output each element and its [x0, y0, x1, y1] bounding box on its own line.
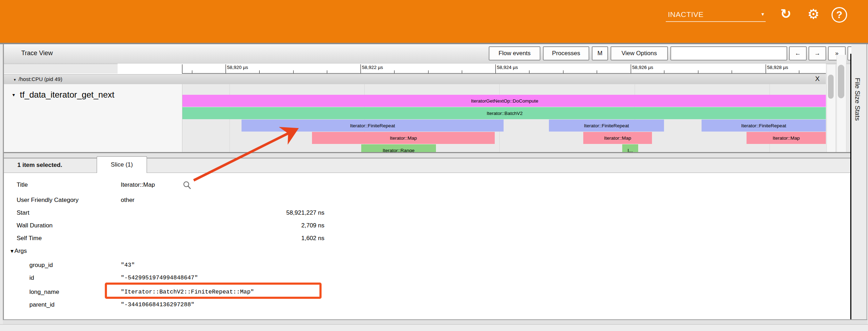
- arg-label: id: [29, 274, 34, 281]
- tab-slice[interactable]: Slice (1): [97, 156, 147, 173]
- trace-row: Iterator::MapIterator::MapIterator::Map: [182, 132, 826, 144]
- field-label: Wall Duration: [17, 222, 52, 229]
- detail-row-category: User Friendly Category other: [4, 194, 850, 207]
- sidebar-divider[interactable]: [850, 54, 851, 320]
- close-track-button[interactable]: X: [813, 75, 822, 83]
- ruler-minor-tick: [799, 70, 799, 74]
- field-label: User Friendly Category: [17, 197, 79, 204]
- ruler-minor-tick: [698, 70, 698, 74]
- trace-slice[interactable]: Iterator::FiniteRepeat: [549, 120, 664, 132]
- field-value: 2,709 ns: [121, 222, 324, 229]
- track-label[interactable]: ▾tf_data_iterator_get_next: [12, 90, 114, 100]
- args-label: ▼Args: [10, 248, 27, 255]
- ruler-major-tick: [495, 64, 496, 74]
- metadata-button[interactable]: M: [592, 46, 608, 60]
- processes-button[interactable]: Processes: [543, 46, 589, 60]
- arg-label: group_id: [29, 262, 53, 269]
- trace-slice[interactable]: Iterator::Map: [583, 132, 652, 144]
- trace-row: IteratorGetNextOp::DoCompute: [182, 95, 826, 107]
- ruler-tick-label: 58,926 µs: [632, 65, 653, 70]
- field-value: 58,921,227 ns: [121, 209, 324, 216]
- profiler-window: INACTIVE ▾ ↻ ⚙ ? Trace View Flow events …: [0, 0, 868, 331]
- flow-events-button[interactable]: Flow events: [489, 46, 540, 60]
- scrollbar-thumb[interactable]: [838, 65, 844, 98]
- trace-slice[interactable]: Iterator::FiniteRepeat: [242, 120, 504, 132]
- trace-slice[interactable]: Iterator::FiniteRepeat: [702, 120, 826, 132]
- ruler-major-tick: [766, 64, 766, 74]
- arg-value: "-5429951974994848647": [121, 274, 198, 281]
- ruler-major-tick: [631, 64, 631, 74]
- trace-row: Iterator::RangeI...: [182, 144, 826, 152]
- detail-row-title: Title Iterator::Map: [4, 179, 850, 191]
- timeline-scrollbar[interactable]: [827, 65, 836, 152]
- field-value: other: [121, 197, 135, 204]
- field-value: 1,602 ns: [121, 235, 324, 242]
- pane-scrollbar[interactable]: [836, 55, 846, 152]
- track-name-panel: ▾tf_data_iterator_get_next: [4, 84, 182, 152]
- find-next-button[interactable]: →: [809, 46, 826, 60]
- find-previous-button[interactable]: ←: [789, 46, 807, 60]
- ruler-minor-tick: [327, 70, 327, 74]
- args-header-row[interactable]: ▼Args: [4, 245, 850, 257]
- help-icon[interactable]: ?: [832, 7, 847, 23]
- ruler-minor-tick: [597, 70, 597, 74]
- window-right-border: [866, 44, 867, 324]
- trace-view-title: Trace View: [21, 50, 53, 57]
- ruler-minor-tick: [428, 70, 429, 74]
- window-bottom-edge: [0, 324, 868, 331]
- timeline-canvas[interactable]: IteratorGetNextOp::DoComputeIterator::Ba…: [182, 84, 826, 152]
- gear-icon[interactable]: ⚙: [805, 6, 822, 22]
- selection-status: 1 item selected.: [17, 162, 62, 169]
- process-header-row[interactable]: ▾/host:CPU (pid 49) X: [4, 74, 826, 85]
- field-value: Iterator::Map: [121, 181, 155, 188]
- detail-row-wall-duration: Wall Duration 2,709 ns: [4, 219, 850, 232]
- search-magnifier-icon[interactable]: [183, 181, 192, 192]
- trace-slice[interactable]: Iterator::Range: [361, 144, 436, 152]
- right-sidebar: File Size Stats: [851, 44, 866, 320]
- ruler-minor-tick: [293, 70, 294, 74]
- details-header: 1 item selected. Slice (1): [4, 158, 850, 173]
- highlight-annotation-box: [105, 283, 322, 299]
- field-label: Start: [17, 209, 29, 216]
- trace-slice[interactable]: Iterator::BatchV2: [182, 107, 826, 119]
- trace-slice[interactable]: Iterator::Map: [747, 132, 826, 144]
- detail-row-start: Start 58,921,227 ns: [4, 207, 850, 219]
- trace-slice[interactable]: IteratorGetNextOp::DoCompute: [182, 95, 826, 107]
- run-status-value: INACTIVE: [666, 10, 704, 19]
- collapse-triangle-icon: ▼: [10, 248, 15, 254]
- dropdown-caret-icon: ▾: [761, 11, 764, 17]
- trace-row: Iterator::FiniteRepeatIterator::FiniteRe…: [182, 120, 826, 132]
- view-options-button[interactable]: View Options: [611, 46, 668, 60]
- time-ruler: 58,920 µs58,922 µs58,924 µs58,926 µs58,9…: [118, 64, 826, 74]
- ruler-major-tick: [361, 64, 361, 74]
- ruler-minor-tick: [563, 70, 563, 74]
- ruler-tick-label: 58,922 µs: [362, 65, 383, 70]
- ruler-major-tick: [226, 64, 226, 74]
- detail-row-self-time: Self Time 1,602 ns: [4, 232, 850, 245]
- trace-row: Iterator::BatchV2: [182, 107, 826, 119]
- ruler-minor-tick: [732, 70, 732, 74]
- scrollbar-thumb[interactable]: [828, 75, 834, 99]
- ruler-boundary-tick: [182, 64, 182, 74]
- arg-label: long_name: [29, 289, 59, 296]
- find-input[interactable]: [670, 46, 787, 60]
- ruler-tick-label: 58,928 µs: [767, 65, 788, 70]
- ruler-tick-label: 58,924 µs: [497, 65, 518, 70]
- file-size-stats-tab[interactable]: File Size Stats: [853, 78, 861, 121]
- arg-row-group-id: group_id "43": [4, 259, 850, 272]
- arg-row-parent-id: parent_id "-344106684136297288": [4, 298, 850, 311]
- ruler-minor-tick: [192, 70, 192, 74]
- tracks-area: ▾/host:CPU (pid 49) X ▾tf_data_iterator_…: [4, 74, 826, 152]
- trace-slice[interactable]: I...: [622, 144, 638, 152]
- field-label: Title: [17, 181, 28, 188]
- arg-label: parent_id: [29, 301, 55, 308]
- trace-slice-selected[interactable]: Iterator::Map: [312, 132, 495, 144]
- process-label: ▾/host:CPU (pid 49): [14, 76, 62, 82]
- arg-value: "-344106684136297288": [121, 301, 194, 308]
- collapse-triangle-icon: ▾: [14, 77, 16, 82]
- ruler-tick-label: 58,920 µs: [227, 65, 248, 70]
- run-status-dropdown[interactable]: INACTIVE ▾: [666, 8, 766, 22]
- arg-value: "43": [121, 262, 135, 268]
- refresh-icon[interactable]: ↻: [778, 6, 794, 22]
- ruler-minor-tick: [259, 70, 260, 74]
